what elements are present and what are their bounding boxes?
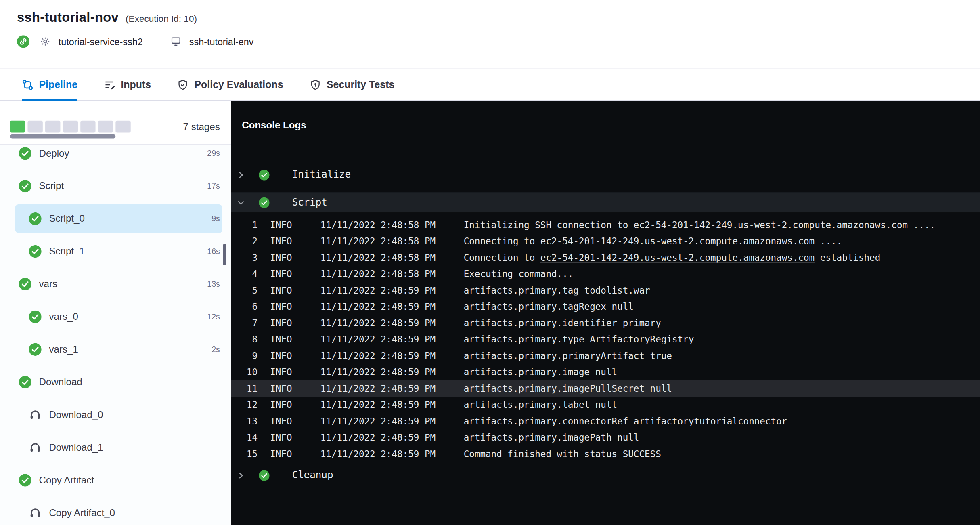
log-text: Connecting to — [464, 236, 540, 246]
log-block: 1INFO11/11/2022 2:48:58 PMInitializing S… — [231, 217, 980, 462]
log-section-cleanup[interactable]: Cleanup — [231, 465, 980, 485]
log-timestamp: 11/11/2022 2:48:58 PM — [320, 269, 464, 279]
step-group-icon — [29, 409, 42, 421]
log-level: INFO — [270, 416, 320, 426]
stage-label: Deploy — [39, 148, 69, 159]
log-section-initialize[interactable]: Initialize — [231, 165, 980, 185]
log-message: artifacts.primary.connectorRef artifacto… — [464, 416, 980, 426]
stage-row-script-1[interactable]: Script_116s — [0, 235, 231, 268]
log-level: INFO — [270, 220, 320, 230]
log-message: artifacts.primary.imagePullSecret null — [464, 383, 980, 393]
log-message: Connection to ec2-54-201-142-249.us-west… — [464, 253, 980, 263]
log-message: Connecting to ec2-54-201-142-249.us-west… — [464, 236, 980, 246]
log-text: Command finished with status SUCCESS — [464, 449, 661, 459]
stages-progress-header: 7 stages — [0, 101, 231, 145]
log-text: Connection to — [464, 253, 540, 263]
stage-row-script-0[interactable]: Script_09s — [0, 202, 231, 235]
stage-duration: 16s — [207, 247, 220, 256]
security-tests-icon — [310, 79, 321, 90]
chevron-right-icon[interactable] — [237, 471, 246, 479]
stage-label: vars — [39, 278, 57, 290]
log-timestamp: 11/11/2022 2:48:59 PM — [320, 400, 464, 410]
stage-label: Copy Artifact_0 — [49, 507, 115, 519]
console-panel: Console Logs InitializeScript1INFO11/11/… — [231, 101, 980, 525]
stage-label: Script — [39, 181, 64, 192]
log-section-script[interactable]: Script — [231, 192, 980, 212]
stage-row-download[interactable]: Download — [0, 366, 231, 399]
log-link[interactable]: ec2-54-201-142-249.us-west-2.compute.ama… — [634, 220, 908, 230]
section-label: Script — [292, 197, 327, 208]
stage-row-download-0[interactable]: Download_0 — [0, 399, 231, 431]
log-level: INFO — [270, 400, 320, 410]
log-line-11: 11INFO11/11/2022 2:48:59 PMartifacts.pri… — [231, 380, 980, 397]
log-link[interactable]: ec2-54-201-142-249.us-west-2.compute.ama… — [540, 236, 815, 246]
step-group-icon — [29, 506, 42, 519]
stage-row-copy-artifact-0[interactable]: Copy Artifact_0 — [0, 497, 231, 525]
log-timestamp: 11/11/2022 2:48:58 PM — [320, 253, 464, 263]
log-text: artifacts.primary.primaryArtifact true — [464, 351, 672, 361]
log-level: INFO — [270, 334, 320, 344]
stage-row-vars-1[interactable]: vars_12s — [0, 333, 231, 366]
tab-inputs[interactable]: Inputs — [104, 69, 151, 100]
step-group-icon — [29, 441, 42, 454]
tab-label: Security Tests — [327, 79, 394, 90]
log-timestamp: 11/11/2022 2:48:59 PM — [320, 367, 464, 377]
log-line-1: 1INFO11/11/2022 2:48:58 PMInitializing S… — [231, 217, 980, 233]
stage-label: vars_0 — [49, 311, 78, 322]
log-text: artifacts.primary.tagRegex null — [464, 302, 634, 312]
success-check-icon — [29, 245, 42, 258]
log-message: Command finished with status SUCCESS — [464, 449, 980, 459]
stage-label: Script_0 — [49, 213, 85, 225]
tab-pipeline[interactable]: Pipeline — [22, 69, 77, 100]
service-name[interactable]: tutorial-service-ssh2 — [59, 36, 143, 46]
line-number: 15 — [236, 449, 258, 459]
log-level: INFO — [270, 433, 320, 443]
stage-row-vars[interactable]: vars13s — [0, 268, 231, 300]
log-line-3: 3INFO11/11/2022 2:48:58 PMConnection to … — [231, 250, 980, 266]
tab-policy-evaluations[interactable]: Policy Evaluations — [177, 69, 283, 100]
main-content: 7 stages Deploy29sScript17sScript_09sScr… — [0, 101, 980, 525]
log-timestamp: 11/11/2022 2:48:59 PM — [320, 318, 464, 328]
log-text: .... — [815, 236, 842, 246]
log-line-15: 15INFO11/11/2022 2:48:59 PMCommand finis… — [231, 445, 980, 462]
log-timestamp: 11/11/2022 2:48:59 PM — [320, 302, 464, 312]
gear-icon[interactable] — [40, 36, 51, 47]
log-level: INFO — [270, 302, 320, 312]
log-text: Initializing SSH connection to — [464, 220, 634, 230]
log-timestamp: 11/11/2022 2:48:59 PM — [320, 383, 464, 393]
tab-bar: PipelineInputsPolicy EvaluationsSecurity… — [0, 69, 980, 101]
environment-name[interactable]: ssh-tutorial-env — [189, 36, 254, 46]
stage-row-vars-0[interactable]: vars_012s — [0, 300, 231, 333]
progress-scrollbar[interactable] — [10, 134, 115, 138]
success-check-icon — [19, 147, 31, 160]
chevron-right-icon[interactable] — [237, 171, 246, 178]
log-link[interactable]: ec2-54-201-142-249.us-west-2.compute.ama… — [540, 253, 815, 263]
stage-row-script[interactable]: Script17s — [0, 170, 231, 202]
log-level: INFO — [270, 269, 320, 279]
log-line-4: 4INFO11/11/2022 2:48:58 PMExecuting comm… — [231, 266, 980, 282]
pipeline-icon — [22, 79, 33, 90]
stage-duration: 2s — [211, 345, 220, 354]
log-timestamp: 11/11/2022 2:48:59 PM — [320, 416, 464, 426]
stage-count: 7 stages — [183, 121, 220, 132]
stage-duration: 29s — [207, 149, 220, 158]
log-message: artifacts.primary.tag todolist.war — [464, 286, 980, 296]
line-number: 7 — [236, 318, 258, 328]
success-check-icon — [19, 180, 31, 192]
stage-progress-square — [115, 121, 130, 133]
log-message: artifacts.primary.label null — [464, 400, 980, 410]
line-number: 11 — [236, 383, 258, 393]
log-line-6: 6INFO11/11/2022 2:48:59 PMartifacts.prim… — [231, 298, 980, 315]
chevron-down-icon[interactable] — [237, 199, 246, 206]
tab-security-tests[interactable]: Security Tests — [310, 69, 394, 100]
log-line-5: 5INFO11/11/2022 2:48:59 PMartifacts.prim… — [231, 282, 980, 298]
log-timestamp: 11/11/2022 2:48:59 PM — [320, 351, 464, 361]
stage-row-download-1[interactable]: Download_1 — [0, 431, 231, 464]
log-message: artifacts.primary.type ArtifactoryRegist… — [464, 334, 980, 344]
page-title: ssh-tutorial-nov — [17, 10, 119, 25]
stage-row-copy-artifact[interactable]: Copy Artifact — [0, 464, 231, 497]
sidebar-scrollbar[interactable] — [223, 244, 226, 265]
success-check-icon — [259, 197, 269, 208]
section-label: Cleanup — [292, 470, 333, 481]
line-number: 1 — [236, 220, 258, 230]
